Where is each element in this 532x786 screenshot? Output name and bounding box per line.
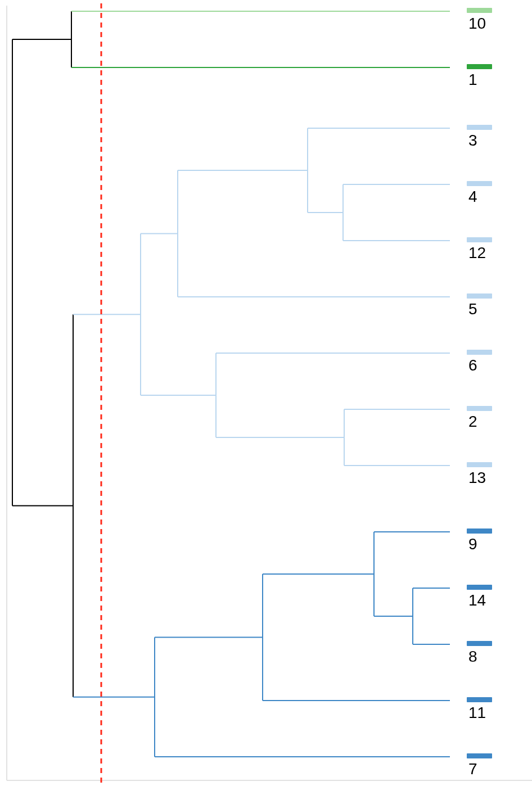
leaf-label-10: 10 — [468, 15, 486, 33]
leaf-marker-5 — [467, 293, 492, 299]
leaf-marker-7 — [467, 753, 492, 758]
leaf-label-11: 11 — [468, 704, 486, 722]
leaf-label-6: 6 — [468, 356, 477, 374]
leaf-marker-1 — [467, 64, 492, 69]
leaf-marker-9 — [467, 528, 492, 534]
leaf-marker-12 — [467, 237, 492, 242]
dendrogram-svg — [0, 0, 532, 786]
leaf-marker-10 — [467, 8, 492, 13]
leaf-label-3: 3 — [468, 132, 477, 150]
leaf-marker-14 — [467, 585, 492, 590]
leaf-marker-13 — [467, 462, 492, 467]
leaf-label-13: 13 — [468, 469, 486, 487]
leaf-label-5: 5 — [468, 300, 477, 318]
leaf-label-1: 1 — [468, 71, 477, 89]
leaf-marker-11 — [467, 697, 492, 702]
leaf-marker-6 — [467, 350, 492, 355]
leaf-label-9: 9 — [468, 535, 477, 553]
leaf-label-2: 2 — [468, 413, 477, 431]
leaf-label-14: 14 — [468, 591, 486, 609]
leaf-label-7: 7 — [468, 760, 477, 778]
leaf-marker-2 — [467, 406, 492, 411]
leaf-label-8: 8 — [468, 648, 477, 666]
leaf-label-4: 4 — [468, 188, 477, 206]
leaf-label-12: 12 — [468, 244, 486, 262]
leaf-marker-3 — [467, 125, 492, 130]
leaf-marker-4 — [467, 181, 492, 186]
leaf-marker-8 — [467, 641, 492, 646]
dendrogram-chart: 1013412562139148117 — [0, 0, 532, 786]
